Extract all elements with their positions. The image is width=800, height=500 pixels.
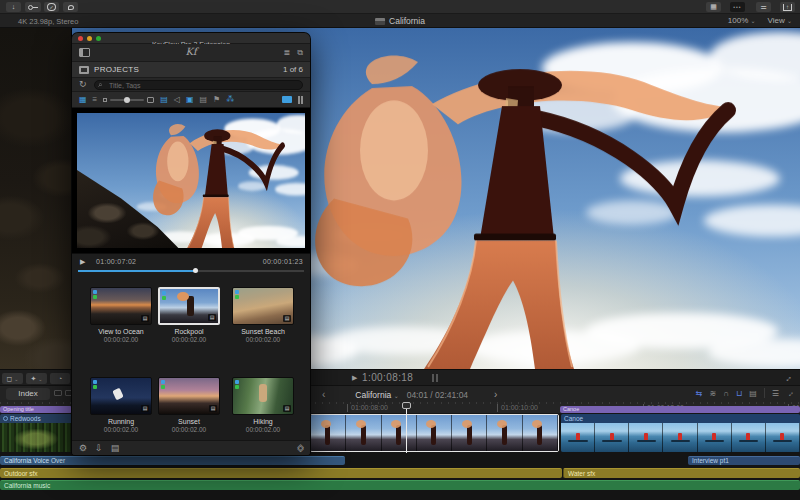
projects-title: PROJECTS [94,65,139,74]
keyflow-preview[interactable] [72,108,310,253]
clip-thumbnail[interactable]: ▤ [232,377,294,415]
send-to-fcp-icon[interactable]: ⧉ [294,442,306,454]
list-view-icon[interactable]: ≡ [93,95,98,105]
zoom-button[interactable] [96,36,101,41]
tools-dropdown[interactable]: ◻ ⌄ [2,373,23,384]
enhancements-dropdown[interactable]: ✦ ⌄ [26,373,47,384]
title-clip-opening[interactable]: Opening title [0,406,72,413]
refresh-icon[interactable]: ↻ [79,79,87,89]
inspector-button[interactable]: ⚌ [756,2,771,12]
clip-thumbnail[interactable]: ▤ [158,377,220,415]
film-icon: ▤ [283,405,291,412]
av-output-icons[interactable] [54,390,73,396]
playhead-handle[interactable] [402,402,411,409]
import-media-button[interactable]: ↓ [6,2,21,12]
audio-clip-outdoor-sfx[interactable]: Outdoor sfx [0,468,562,478]
viewer-play-button[interactable]: ▶ [352,374,357,382]
role-badges [161,380,165,389]
play-button[interactable]: ▶ [80,258,85,266]
timeline-index-icon[interactable]: ▤ [749,389,757,398]
playhead[interactable] [406,402,407,453]
list-view-icon[interactable]: ≣ [284,48,291,57]
chevron-down-icon: ⌄ [394,393,399,399]
video-clip-canoe[interactable]: Canoe [561,414,800,452]
clip-name: Sunset Beach [232,328,294,335]
keyflow-view-toolbar: ▦ ≡ ▤ ◁ ▣ ▤ ⚑ ⁂ [72,92,310,108]
viewer-view-dropdown[interactable]: View ⌄ [768,16,792,25]
dots-icon: ••• [733,4,741,10]
slider-thumb[interactable] [124,97,130,103]
clip-thumbnail[interactable]: ▤ [90,287,152,325]
clip-card[interactable]: ▤ Sunset Beach 00:00:02.00 [232,287,294,343]
detach-window-icon[interactable]: ⧉ [297,48,303,57]
thumb-size-slider[interactable] [103,97,154,103]
skimming-icon[interactable]: ≋ [710,389,717,398]
color-wheel-icon: ◔ [58,375,62,382]
clip-thumbnail[interactable]: ▤ [90,377,152,415]
audio-meters-icon[interactable] [432,374,438,382]
browser-view-button[interactable]: ▦ [706,2,721,12]
import-icon: ↓ [12,3,16,10]
range-tool-button[interactable] [63,2,78,12]
filmstrip-view-button[interactable]: ••• [730,2,745,12]
clip-card[interactable]: ▤ Sunset 00:00:02.00 [158,377,220,433]
audio-clip-water-sfx[interactable]: Water sfx [563,468,800,478]
fullscreen-icon[interactable]: ↔ [781,371,794,384]
grid-icon: ▦ [710,3,717,10]
video-clip-redwoods[interactable]: Redwoods [0,414,72,452]
clip-card[interactable]: ▤ View to Ocean 00:00:02.00 [90,287,152,343]
clip-thumbnail[interactable]: ▤ [158,287,220,325]
retime-dropdown[interactable]: ◔ [50,373,70,384]
hierarchy-icon[interactable]: ⁂ [226,95,234,105]
audio-clip-interview[interactable]: Interview pt1 [688,456,800,465]
document-filter-icon[interactable]: ▤ [200,95,208,105]
audio-clip-music[interactable]: California music [0,480,800,490]
role-badges [235,380,239,389]
search-row: ↻ ⌕ [72,78,310,92]
clip-thumbnail[interactable]: ▤ [232,287,294,325]
report-icon[interactable]: ▤ [111,443,120,454]
ruler-tick: 01:00:08:00 [347,404,388,412]
divider [764,388,765,398]
sidebar-toggle-icon[interactable] [79,48,90,57]
background-tasks-button[interactable]: ✓ [44,2,59,12]
keyflow-logo: Kf [185,46,196,57]
keyflow-titlebar[interactable]: KeyFlow Pro 2 Extension [72,33,310,44]
preview-panel-icon[interactable] [282,96,292,103]
close-button[interactable] [78,36,83,41]
wand-icon: ✦ [30,375,36,382]
key-shaft [33,7,38,8]
share-button[interactable]: ↑ [780,2,795,12]
keyword-editor-button[interactable] [25,2,41,12]
clip-appearance-icon[interactable]: ☰ [772,389,779,398]
settings-gear-icon[interactable]: ⚙ [79,443,87,454]
video-clip-selected-scarf[interactable] [310,414,559,452]
timeline-zoom-icon[interactable]: ↔ [784,387,796,399]
timeline-project-dropdown[interactable]: California ⌄ [355,390,398,400]
audio-filter-icon[interactable]: ◁ [174,95,180,105]
grid-view-icon[interactable]: ▦ [79,95,87,105]
snapping-icon[interactable]: ⊔ [736,389,742,398]
index-button[interactable]: Index [6,388,50,400]
browser-filmstrip-rocks[interactable] [0,28,72,369]
scarf-filmstrip [311,415,558,451]
timeline-back-button[interactable]: ‹ [318,389,329,400]
title-clip-canoe[interactable]: Canoe [560,406,800,413]
search-icon: ⌕ [98,80,102,90]
search-input[interactable] [94,80,303,90]
clip-card[interactable]: ▤ Hiking 00:00:02.00 [232,377,294,433]
clip-card-selected[interactable]: ▤ Rockpool 00:00:02.00 [158,287,220,343]
image-filter-icon[interactable]: ▣ [186,95,194,105]
clip-card[interactable]: ▤ Running 00:00:02.00 [90,377,152,433]
audio-skimming-icon[interactable]: ∩ [723,389,729,398]
audio-clip-voice-over[interactable]: California Voice Over [0,456,345,465]
viewer-zoom-dropdown[interactable]: 100% ⌄ [728,16,756,25]
film-icon: ▤ [141,405,149,412]
minimize-button[interactable] [87,36,92,41]
tag-filter-icon[interactable]: ⚑ [213,95,220,105]
video-filter-icon[interactable]: ▤ [160,95,168,105]
trim-tool-icon[interactable]: ⇆ [696,389,703,398]
columns-icon[interactable] [298,96,303,104]
timeline-forward-button[interactable]: › [490,389,501,400]
import-to-timeline-icon[interactable]: ⇩ [95,443,103,454]
